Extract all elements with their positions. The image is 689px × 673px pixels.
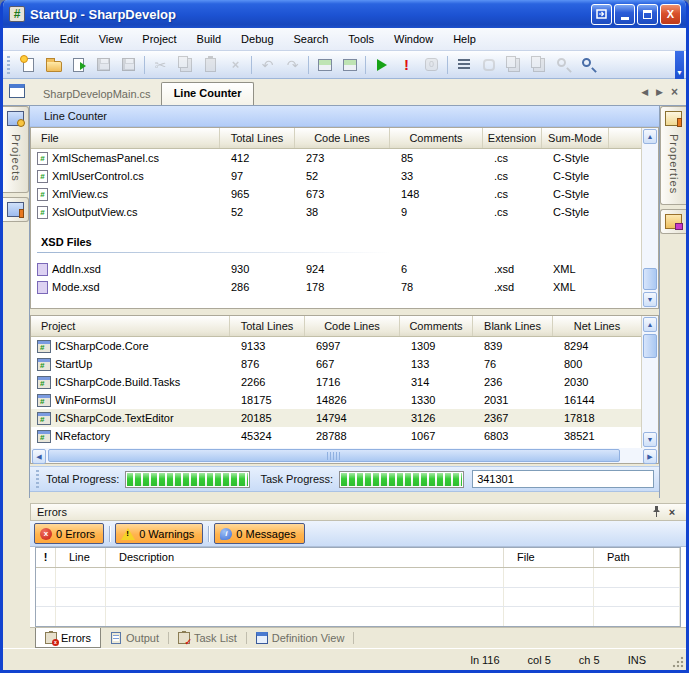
column-header-comments[interactable]: Comments <box>400 316 473 336</box>
step-over-button[interactable] <box>501 53 526 77</box>
delete-button[interactable]: × <box>223 53 248 77</box>
errors-panel-titlebar[interactable]: Errors × <box>30 503 686 521</box>
project-row[interactable]: ICSharpCode.Core 9133 6997 1309 839 8294 <box>31 337 641 355</box>
scroll-thumb[interactable] <box>643 334 657 358</box>
column-header-project[interactable]: Project <box>31 316 230 336</box>
scroll-up-button[interactable]: ▲ <box>643 129 657 144</box>
tab-close-button[interactable]: × <box>671 85 678 99</box>
menu-debug[interactable]: Debug <box>232 30 282 48</box>
sidebar-tab-classes[interactable] <box>3 197 29 222</box>
tab-line-counter[interactable]: Line Counter <box>161 82 255 105</box>
scroll-left-button[interactable]: ◀ <box>32 449 46 464</box>
projects-table-hscrollbar[interactable]: ◀ ▶ <box>30 448 659 464</box>
menu-window[interactable]: Window <box>385 30 442 48</box>
column-header-line[interactable]: Line <box>56 548 106 567</box>
messages-filter-button[interactable]: i 0 Messages <box>214 523 304 544</box>
resize-grip[interactable] <box>672 656 684 668</box>
scroll-down-button[interactable]: ▼ <box>643 292 657 307</box>
tab-scroll-right-button[interactable]: ▶ <box>656 87 663 97</box>
file-row[interactable]: #XmlUserControl.cs 97 52 33 .cs C-Style <box>31 167 641 185</box>
scroll-thumb[interactable] <box>643 268 657 290</box>
column-header-net-lines[interactable]: Net Lines <box>553 316 641 336</box>
run-button[interactable] <box>369 53 394 77</box>
menu-search[interactable]: Search <box>285 30 338 48</box>
project-row[interactable]: NRefactory 45324 28788 1067 6803 38521 <box>31 427 641 445</box>
paste-button[interactable] <box>198 53 223 77</box>
file-row[interactable]: #XslOutputView.cs 52 38 9 .cs C-Style <box>31 203 641 221</box>
sidebar-tab-toolbox[interactable] <box>660 209 686 234</box>
column-header-path[interactable]: Path <box>594 548 680 567</box>
menu-help[interactable]: Help <box>444 30 485 48</box>
maximize-button[interactable] <box>637 4 658 25</box>
menu-project[interactable]: Project <box>133 30 185 48</box>
sidebar-tab-properties[interactable]: Properties <box>660 106 686 205</box>
build-button[interactable] <box>312 53 337 77</box>
hscroll-thumb[interactable] <box>48 449 620 462</box>
file-row[interactable]: #XmlView.cs 965 673 148 .cs C-Style <box>31 185 641 203</box>
column-header-file[interactable]: File <box>504 548 594 567</box>
warnings-filter-button[interactable]: 0 Warnings <box>115 523 203 544</box>
project-row[interactable]: StartUp 876 667 133 76 800 <box>31 355 641 373</box>
dock-window-button[interactable] <box>591 4 612 25</box>
new-file-button[interactable] <box>16 53 41 77</box>
undo-button[interactable]: ↶ <box>255 53 280 77</box>
column-header-total-lines[interactable]: Total Lines <box>220 128 295 148</box>
title-bar[interactable]: # StartUp - SharpDevelop X <box>3 0 686 28</box>
files-table-scrollbar[interactable]: ▲ ▼ <box>641 128 658 308</box>
project-row-clipped[interactable]: SharpDevelop 3371 1413 411 378 2993 <box>31 445 641 448</box>
column-header-extension[interactable]: Extension <box>483 128 542 148</box>
project-row[interactable]: ICSharpCode.Build.Tasks 2266 1716 314 23… <box>31 373 641 391</box>
project-row-highlighted[interactable]: ICSharpCode.TextEditor 20185 14794 3126 … <box>31 409 641 427</box>
save-all-button[interactable] <box>116 53 141 77</box>
errors-filter-button[interactable]: x 0 Errors <box>34 523 104 544</box>
column-header-blank-lines[interactable]: Blank Lines <box>473 316 553 336</box>
minimize-button[interactable] <box>614 4 635 25</box>
stop-button[interactable]: 0 <box>419 53 444 77</box>
project-row[interactable]: WinFormsUI 18175 14826 1330 2031 16144 <box>31 391 641 409</box>
scroll-up-button[interactable]: ▲ <box>643 317 657 332</box>
tab-errors[interactable]: x Errors <box>35 628 101 648</box>
column-header-code-lines[interactable]: Code Lines <box>305 316 400 336</box>
redo-button[interactable]: ↷ <box>280 53 305 77</box>
pin-button[interactable] <box>648 506 664 519</box>
cut-button[interactable]: ✂ <box>148 53 173 77</box>
column-header-comments[interactable]: Comments <box>390 128 483 148</box>
show-output-button[interactable] <box>451 53 476 77</box>
find-in-files-button[interactable] <box>551 53 576 77</box>
scroll-down-button[interactable]: ▼ <box>643 432 657 447</box>
progress-toolbar-grip[interactable] <box>36 470 39 488</box>
menu-build[interactable]: Build <box>188 30 230 48</box>
column-header-sum-mode[interactable]: Sum-Mode <box>542 128 609 148</box>
sidebar-tab-projects[interactable]: Projects <box>3 106 29 193</box>
file-row[interactable]: AddIn.xsd 930 924 6 .xsd XML <box>31 260 641 278</box>
column-header-severity[interactable]: ! <box>36 548 56 567</box>
projects-table-scrollbar[interactable]: ▲ ▼ <box>641 316 658 448</box>
search-button[interactable] <box>576 53 601 77</box>
column-header-total-lines[interactable]: Total Lines <box>230 316 305 336</box>
tab-definition-view[interactable]: Definition View <box>247 628 354 648</box>
menu-edit[interactable]: Edit <box>51 30 88 48</box>
menu-view[interactable]: View <box>90 30 132 48</box>
menu-tools[interactable]: Tools <box>339 30 383 48</box>
file-row[interactable]: #XmlSchemasPanel.cs 412 273 85 .cs C-Sty… <box>31 149 641 167</box>
tab-scroll-left-button[interactable]: ◀ <box>641 87 648 97</box>
toolbar-grip[interactable] <box>7 56 10 74</box>
save-button[interactable] <box>91 53 116 77</box>
column-header-description[interactable]: Description <box>106 548 504 567</box>
tab-output[interactable]: Output <box>101 628 168 648</box>
tab-sharpdevelopmain[interactable]: SharpDevelopMain.cs <box>33 84 161 105</box>
toolbar-overflow-button[interactable]: ▼ <box>675 51 684 79</box>
open-file-button[interactable] <box>41 53 66 77</box>
scroll-right-button[interactable]: ▶ <box>643 449 657 464</box>
step-into-button[interactable] <box>526 53 551 77</box>
file-row[interactable]: Mode.xsd 286 178 78 .xsd XML <box>31 278 641 296</box>
column-header-code-lines[interactable]: Code Lines <box>295 128 390 148</box>
close-panel-button[interactable]: × <box>664 506 680 518</box>
breakpoint-button[interactable] <box>476 53 501 77</box>
menu-file[interactable]: File <box>13 30 49 48</box>
tab-task-list[interactable]: ✓ Task List <box>169 628 246 648</box>
copy-button[interactable] <box>173 53 198 77</box>
close-button[interactable]: X <box>660 4 681 25</box>
build-all-button[interactable] <box>337 53 362 77</box>
abort-button[interactable]: ! <box>394 53 419 77</box>
